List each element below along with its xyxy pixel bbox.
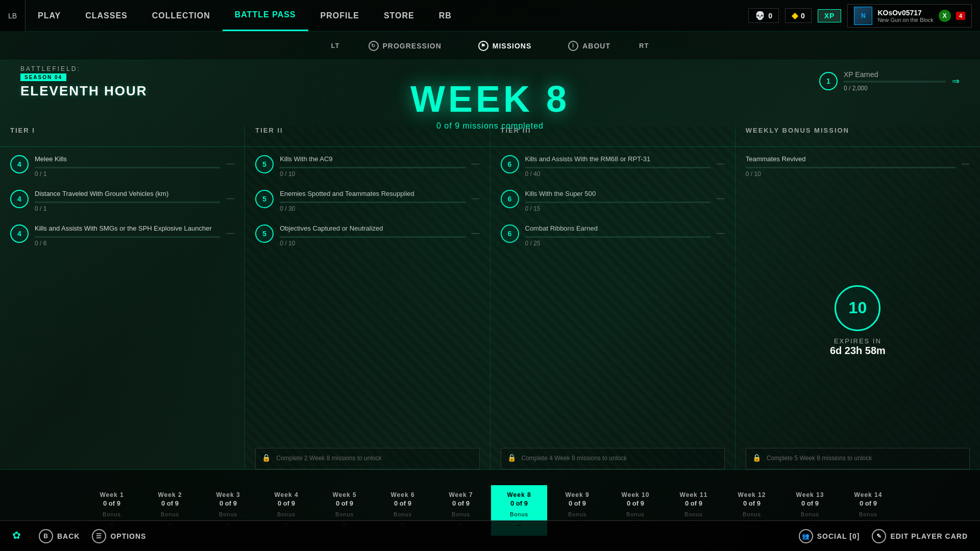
week-10-bonus-label: Bonus [626, 511, 645, 517]
secondary-nav: LT ↻ PROGRESSION ⚑ MISSIONS i ABOUT RT [0, 32, 980, 60]
rt-trigger[interactable]: RT [639, 42, 649, 49]
week-6-bonus-label: Bonus [394, 511, 412, 517]
lt-trigger[interactable]: LT [331, 42, 340, 49]
week-12-progress: 0 of 9 [743, 499, 761, 507]
week-7-bonus-label: Bonus [452, 511, 470, 517]
nav-profile[interactable]: PROFILE [308, 0, 372, 31]
week-8-progress: 0 of 9 [510, 499, 528, 507]
week-2-label: Week 2 [158, 491, 182, 498]
week-13-progress: 0 of 9 [801, 499, 819, 507]
week-11-bonus-label: Bonus [684, 511, 703, 517]
xbox-icon: X [939, 10, 951, 22]
week-header: WEEK 8 0 of 9 missions completed [20, 81, 960, 131]
nav-battle-pass[interactable]: BATTLE PASS [223, 0, 308, 31]
week-1-label: Week 1 [100, 491, 124, 498]
progression-icon: ↻ [369, 41, 379, 51]
missions-label: MISSIONS [493, 42, 531, 50]
xp-details: XP Earned 0 / 2,000 [844, 70, 946, 92]
xp-button[interactable]: XP [818, 9, 842, 22]
xp-value: 0 / 2,000 [844, 85, 946, 92]
sec-nav-missions[interactable]: ⚑ MISSIONS [470, 37, 540, 55]
week-4-bonus-label: Bonus [277, 511, 296, 517]
week-11-progress: 0 of 9 [685, 499, 702, 507]
week-5-bonus-label: Bonus [335, 511, 354, 517]
week-5-label: Week 5 [332, 491, 356, 498]
week-7-label: Week 7 [449, 491, 473, 498]
week-6-label: Week 6 [390, 491, 414, 498]
week-10-progress: 0 of 9 [627, 499, 644, 507]
week-12-label: Week 12 [738, 491, 766, 498]
nav-play[interactable]: PLAY [26, 0, 73, 31]
week-11-label: Week 11 [680, 491, 708, 498]
xp-circle: 1 [819, 72, 838, 90]
user-subtitle: New Gun on the Block [877, 17, 933, 23]
username: KOsOv05717 [877, 9, 933, 17]
about-label: ABOUT [582, 42, 610, 50]
bottom-bar: ✿ B BACK ☰ OPTIONS 👥 SOCIAL [0] ✎ EDIT P… [0, 520, 980, 551]
nav-right: 💀 0 ◆ 0 XP N KOsOv05717 New Gun on the B… [748, 4, 980, 28]
coin-currency: ◆ 0 [785, 8, 812, 23]
social-label: SOCIAL [0] [817, 532, 860, 540]
season-title: ELEVENTH HOUR [20, 84, 147, 97]
week-3-label: Week 3 [216, 491, 240, 498]
week-9-label: Week 9 [565, 491, 589, 498]
xp-bar [844, 81, 946, 83]
week-14-bonus-label: Bonus [859, 511, 877, 517]
week-14-label: Week 14 [854, 491, 883, 498]
back-icon: B [39, 529, 53, 543]
week-14-progress: 0 of 9 [860, 499, 877, 507]
week-1-progress: 0 of 9 [103, 499, 120, 507]
week-7-progress: 0 of 9 [452, 499, 470, 507]
social-button[interactable]: 👥 SOCIAL [0] [799, 529, 860, 543]
back-button[interactable]: B BACK [39, 529, 80, 543]
about-icon: i [568, 41, 578, 51]
season-label: SEASON 04 [20, 73, 66, 81]
top-nav: LB PLAY CLASSES COLLECTION BATTLE PASS P… [0, 0, 980, 32]
progression-label: PROGRESSION [383, 42, 442, 50]
coin-value: 0 [801, 12, 805, 20]
social-icon: 👥 [799, 529, 813, 543]
week-13-label: Week 13 [796, 491, 824, 498]
notification-badge: 4 [956, 12, 965, 20]
nav-store[interactable]: STORE [372, 0, 427, 31]
week-5-progress: 0 of 9 [336, 499, 353, 507]
options-icon: ☰ [92, 529, 106, 543]
nav-rb[interactable]: RB [427, 0, 464, 31]
options-label: OPTIONS [110, 532, 146, 540]
week-1-bonus-label: Bonus [103, 511, 121, 517]
nav-items: PLAY CLASSES COLLECTION BATTLE PASS PROF… [26, 0, 748, 31]
skull-icon: 💀 [755, 11, 765, 20]
week-3-bonus-label: Bonus [219, 511, 237, 517]
missions-completed: 0 of 9 missions completed [20, 121, 960, 131]
user-details: KOsOv05717 New Gun on the Block [877, 9, 933, 23]
lb-trigger[interactable]: LB [0, 0, 26, 32]
week-title: WEEK 8 [20, 81, 960, 117]
week-8-label: Week 8 [507, 491, 531, 498]
xp-arrow-icon[interactable]: ⇒ [952, 76, 960, 87]
week-4-label: Week 4 [274, 491, 298, 498]
skull-currency: 💀 0 [748, 8, 779, 23]
nav-classes[interactable]: CLASSES [73, 0, 140, 31]
edit-card-label: EDIT PLAYER CARD [890, 532, 968, 540]
sec-nav-progression[interactable]: ↻ PROGRESSION [360, 37, 450, 55]
xp-label: XP Earned [844, 70, 946, 79]
edit-card-icon: ✎ [872, 529, 886, 543]
battlefield-logo: BATTLEFIELD: [20, 65, 147, 72]
bottom-right-buttons: 👥 SOCIAL [0] ✎ EDIT PLAYER CARD [799, 529, 968, 543]
avatar: N [854, 7, 872, 25]
skull-value: 0 [768, 12, 772, 20]
week-9-bonus-label: Bonus [568, 511, 586, 517]
week-3-progress: 0 of 9 [219, 499, 237, 507]
back-label: BACK [57, 532, 80, 540]
week-2-progress: 0 of 9 [161, 499, 179, 507]
edit-card-button[interactable]: ✎ EDIT PLAYER CARD [872, 529, 968, 543]
nav-collection[interactable]: COLLECTION [140, 0, 223, 31]
options-button[interactable]: ☰ OPTIONS [92, 529, 146, 543]
week-4-progress: 0 of 9 [278, 499, 295, 507]
xp-earned-panel: 1 XP Earned 0 / 2,000 ⇒ [819, 70, 960, 92]
sec-nav-about[interactable]: i ABOUT [560, 37, 619, 55]
week-6-progress: 0 of 9 [394, 499, 411, 507]
flower-icon: ✿ [12, 529, 27, 543]
user-info: N KOsOv05717 New Gun on the Block X 4 [847, 4, 972, 28]
week-12-bonus-label: Bonus [743, 511, 761, 517]
